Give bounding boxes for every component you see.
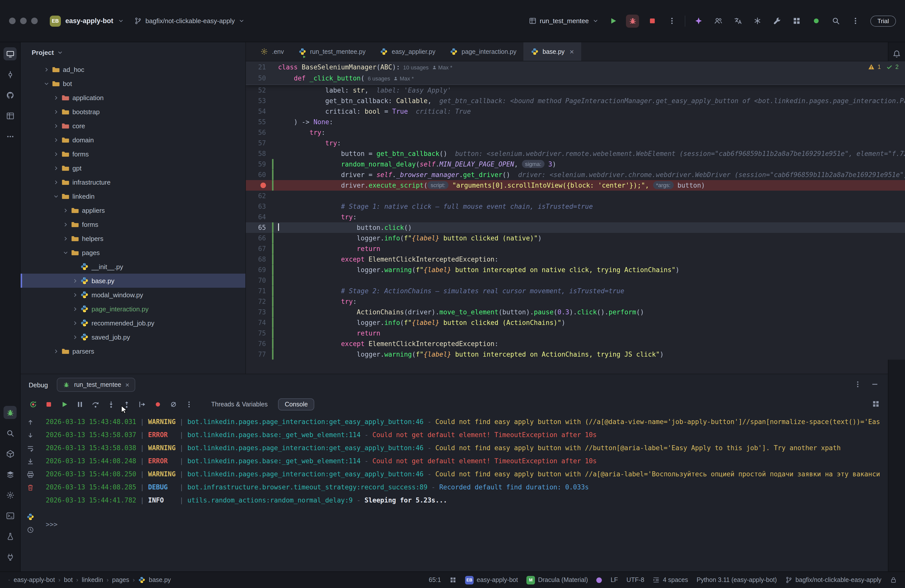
code-line-69[interactable]: 69 logger.warning(f"{label} button inter… bbox=[246, 265, 905, 275]
plugin-icon[interactable] bbox=[3, 550, 17, 563]
run-config-selector[interactable]: run_test_mentee bbox=[529, 17, 599, 25]
line-number[interactable]: 63 bbox=[246, 201, 269, 212]
tree-item-parsers[interactable]: parsers bbox=[21, 344, 245, 358]
code-line-76[interactable]: 76 except ElementClickInterceptedExcepti… bbox=[246, 338, 905, 349]
code-line-65[interactable]: 65 button.click() bbox=[246, 222, 905, 233]
chevron-right-icon[interactable] bbox=[71, 291, 79, 299]
chevron-right-icon[interactable] bbox=[71, 333, 79, 341]
notifications-icon[interactable] bbox=[890, 47, 903, 60]
inspections-widget[interactable]: 1 2 bbox=[866, 64, 905, 70]
chevron-right-icon[interactable] bbox=[52, 108, 60, 116]
plugin-asterisk-icon[interactable] bbox=[751, 14, 764, 27]
tree-item-forms[interactable]: forms bbox=[21, 147, 245, 161]
code-with-me-icon[interactable] bbox=[711, 14, 724, 27]
line-number[interactable]: 68 bbox=[246, 254, 269, 265]
record-icon[interactable] bbox=[810, 14, 822, 27]
code-line-60[interactable]: 60 driver = self._browser_manager.get_dr… bbox=[246, 170, 905, 180]
breadcrumb-item[interactable]: bot bbox=[64, 577, 73, 583]
restart-debug-icon[interactable] bbox=[28, 399, 39, 410]
line-number[interactable]: 57 bbox=[246, 138, 269, 148]
tree-item-modal_window.py[interactable]: modal_window.py bbox=[21, 288, 245, 302]
zoom-window-button[interactable] bbox=[31, 17, 38, 24]
lock-icon[interactable] bbox=[890, 577, 897, 583]
code-line-68[interactable]: 68 except ElementClickInterceptedExcepti… bbox=[246, 254, 905, 265]
tree-item-domain[interactable]: domain bbox=[21, 133, 245, 147]
project-icon[interactable] bbox=[3, 47, 17, 60]
line-number[interactable]: 62 bbox=[246, 191, 269, 201]
code-line-61[interactable]: driver.execute_script(script: "arguments… bbox=[246, 180, 905, 191]
breakpoint-dot[interactable] bbox=[260, 183, 266, 188]
line-number[interactable]: 69 bbox=[246, 265, 269, 275]
code-line-67[interactable]: 67 return bbox=[246, 243, 905, 254]
plugins-grid-icon[interactable] bbox=[790, 14, 803, 27]
chevron-right-icon[interactable] bbox=[52, 122, 60, 130]
breadcrumb[interactable]: ·easy-apply-bot›bot›linkedin›pages›base.… bbox=[8, 577, 171, 583]
line-number[interactable]: 53 bbox=[246, 95, 269, 106]
commit-icon[interactable] bbox=[3, 68, 17, 81]
line-number[interactable]: 50 bbox=[246, 73, 269, 84]
line-number[interactable]: 66 bbox=[246, 233, 269, 243]
chevron-right-icon[interactable] bbox=[52, 150, 60, 158]
packages-icon[interactable] bbox=[3, 447, 17, 460]
code-line-58[interactable]: 58 button = get_btn_callback() button: <… bbox=[246, 148, 905, 159]
code-line-70[interactable]: 70 bbox=[246, 275, 905, 286]
color-scheme-dot[interactable] bbox=[597, 577, 602, 583]
resume-icon[interactable] bbox=[59, 399, 70, 410]
terminal-icon[interactable] bbox=[3, 509, 17, 522]
scroll-end-icon[interactable] bbox=[27, 458, 35, 466]
tree-item-linkedin[interactable]: linkedin bbox=[21, 189, 245, 203]
line-number[interactable]: 60 bbox=[246, 170, 269, 180]
tree-item-appliers[interactable]: appliers bbox=[21, 203, 245, 217]
chevron-right-icon[interactable] bbox=[62, 207, 69, 214]
chevron-right-icon[interactable] bbox=[43, 66, 50, 73]
grid-icon[interactable] bbox=[449, 577, 457, 583]
line-number[interactable]: 75 bbox=[246, 328, 269, 338]
tree-item-ad_hoc[interactable]: ad_hoc bbox=[21, 62, 245, 76]
breadcrumb-item[interactable]: linkedin bbox=[82, 577, 103, 583]
code-line-77[interactable]: 77 logger.warning(f"{label} button inter… bbox=[246, 349, 905, 360]
indent-widget[interactable]: 4 spaces bbox=[653, 577, 688, 583]
view-breakpoints-icon[interactable] bbox=[152, 399, 164, 410]
console-output[interactable]: 2026-03-13 15:43:48.031 | WARNING | bot.… bbox=[41, 413, 888, 571]
code-line-53[interactable]: 53 get_btn_callback: Callable, get_btn_c… bbox=[246, 95, 905, 106]
chevron-down-icon[interactable] bbox=[43, 80, 50, 87]
code-line-72[interactable]: 72 try: bbox=[246, 296, 905, 307]
layout-settings-icon[interactable] bbox=[872, 400, 881, 409]
line-number[interactable]: 56 bbox=[246, 127, 269, 138]
chevron-right-icon[interactable] bbox=[52, 164, 60, 172]
breadcrumb-item[interactable]: easy-apply-bot bbox=[14, 577, 55, 583]
run-to-cursor-icon[interactable] bbox=[137, 399, 148, 410]
tab-.env[interactable]: .env bbox=[253, 42, 291, 61]
code-line-74[interactable]: 74 logger.info(f"{label} button clicked … bbox=[246, 317, 905, 328]
code-line-62[interactable]: 62 bbox=[246, 191, 905, 201]
services-icon[interactable] bbox=[3, 468, 17, 481]
tree-item-__init__.py[interactable]: __init__.py bbox=[21, 259, 245, 273]
vcs-widget[interactable]: bagfix/not-clickable-easy-apply bbox=[785, 577, 881, 583]
chevron-right-icon[interactable] bbox=[52, 347, 60, 355]
line-number[interactable]: 59 bbox=[246, 159, 269, 170]
line-number[interactable]: 21 bbox=[246, 62, 269, 73]
branch-selector[interactable]: bagfix/not-clickable-easy-apply bbox=[135, 17, 245, 25]
chevron-right-icon[interactable] bbox=[52, 94, 60, 101]
code-line-71[interactable]: 71 # Stage 2: ActionChains — simulates r… bbox=[246, 286, 905, 296]
line-number[interactable]: 67 bbox=[246, 243, 269, 254]
project-selector[interactable]: EB easy-apply-bot bbox=[50, 15, 124, 26]
chevron-right-icon[interactable] bbox=[71, 277, 79, 284]
tree-item-gpt[interactable]: gpt bbox=[21, 161, 245, 175]
code-line-54[interactable]: 54 critical: bool = True critical: True bbox=[246, 106, 905, 117]
tree-item-pages[interactable]: pages bbox=[21, 245, 245, 259]
tree-item-core[interactable]: core bbox=[21, 119, 245, 133]
caret-position[interactable]: 65:1 bbox=[429, 577, 441, 583]
sticky-line-21[interactable]: 21class BaseSeleniumManager(ABC): 10 usa… bbox=[246, 62, 905, 73]
code-lines[interactable]: 52 label: str, label: 'Easy Apply'53 get… bbox=[246, 85, 905, 360]
code-line-52[interactable]: 52 label: str, label: 'Easy Apply' bbox=[246, 85, 905, 95]
debug-more-icon[interactable] bbox=[854, 380, 863, 389]
sticky-line-50[interactable]: 50 def _click_button( 6 usagesMax * bbox=[246, 73, 905, 84]
trial-badge[interactable]: Trial bbox=[870, 15, 896, 26]
code-line-56[interactable]: 56 try: bbox=[246, 127, 905, 138]
tab-console[interactable]: Console bbox=[278, 398, 314, 410]
line-number[interactable]: 64 bbox=[246, 212, 269, 222]
more-icon[interactable] bbox=[3, 130, 17, 143]
search-icon[interactable] bbox=[829, 14, 842, 27]
chevron-down-icon[interactable] bbox=[52, 192, 60, 200]
